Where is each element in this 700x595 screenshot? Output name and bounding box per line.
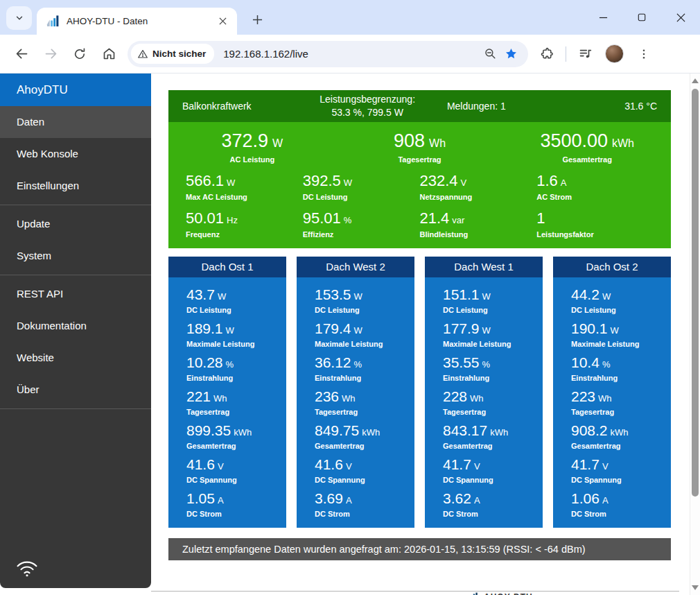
toolbar-separator (566, 46, 566, 62)
plant-name: Balkonkraftwerk (182, 101, 296, 112)
url-bar[interactable]: Nicht sicher 192.168.1.162/live (128, 41, 528, 67)
site-security-chip[interactable]: Nicht sicher (131, 44, 214, 64)
inverter-stat: 899.35kWhGesamtertrag (186, 422, 279, 450)
inverter-stat-value-line: 10.4% (571, 354, 664, 371)
inverter-stat: 151.1WDC Leistung (443, 286, 536, 314)
main-content: Balkonkraftwerk Leistungsbegrenzung: 53.… (151, 74, 690, 595)
inverter-stat-unit: Wh (598, 393, 612, 404)
inverter-stat-label: DC Spannung (315, 476, 408, 484)
inverter-stat-label: DC Strom (186, 510, 279, 518)
sidebar-item-dokumentation[interactable]: Dokumentation (0, 310, 151, 342)
inverter-stat: 223WhTagesertrag (571, 388, 664, 416)
inverter-stat-unit: kWh (490, 427, 508, 438)
forward-button[interactable] (37, 41, 64, 67)
inverter-stat-label: Einstrahlung (571, 374, 664, 382)
inverter-stat-value: 849.75 (315, 422, 359, 438)
ac-stat-value-line: 1 (536, 209, 654, 227)
inverter-panel-body: 44.2WDC Leistung190.1WMaximale Leistung1… (553, 277, 671, 528)
inverter-stat-unit: % (226, 359, 234, 370)
ac-stat-value-line: 566.1W (186, 172, 303, 190)
inverter-panel-title: Dach West 2 (297, 257, 414, 277)
plant-header-bar: Balkonkraftwerk Leistungsbegrenzung: 53.… (168, 90, 671, 122)
inverter-stat-value: 228 (443, 388, 467, 404)
ac-stat: 50.01HzFrequenz (186, 209, 303, 239)
inverter-stat-label: Einstrahlung (186, 374, 279, 382)
inverter-stat: 1.05ADC Strom (186, 490, 279, 518)
total-value-line: 908Wh (336, 130, 504, 152)
extensions-icon[interactable] (534, 41, 560, 67)
inverter-stat-value-line: 189.1W (186, 320, 279, 337)
sidebar-item-rest-api[interactable]: REST API (0, 278, 151, 310)
power-limit-value: 53.3 %, 799.5 W (296, 106, 439, 119)
inverter-stat: 1.06ADC Strom (571, 490, 664, 518)
inverter-stat: 10.28%Einstrahlung (186, 354, 279, 382)
inverter-stat-value: 223 (571, 388, 595, 404)
zoom-out-icon[interactable] (480, 44, 500, 64)
ac-stat-value: 50.01 (186, 209, 224, 227)
sidebar-item-daten[interactable]: Daten (0, 106, 151, 138)
sidebar-item-update[interactable]: Update (0, 208, 151, 240)
total-unit: W (272, 137, 283, 149)
window-minimize-button[interactable] (584, 0, 622, 35)
ac-stat: 232.4VNetzspannung (420, 172, 537, 201)
total-stat: 3500.00kWhGesamtertrag (503, 130, 671, 164)
scrollbar-up-arrow[interactable] (692, 78, 699, 83)
inverter-stat-unit: A (474, 495, 480, 506)
power-limit: Leistungsbegrenzung: 53.3 %, 799.5 W (296, 93, 439, 119)
bookmark-star-icon[interactable] (500, 44, 521, 64)
media-playlist-icon[interactable] (572, 41, 598, 67)
tab-search-button[interactable] (6, 6, 32, 30)
inverter-stat-value: 843.17 (443, 422, 487, 438)
browser-tab[interactable]: AHOY-DTU - Daten (37, 8, 237, 35)
inverter-stat: 41.7VDC Spannung (571, 456, 664, 484)
ac-stat: 566.1WMax AC Leistung (186, 172, 303, 201)
ac-stat: 1Leistungsfaktor (536, 209, 654, 239)
inverter-stat-value: 10.28 (186, 354, 223, 370)
inverter-stat-value: 236 (315, 388, 339, 404)
browser-toolbar: Nicht sicher 192.168.1.162/live (0, 35, 700, 74)
inverter-stat-value-line: 35.55% (443, 354, 536, 371)
back-button[interactable] (8, 41, 35, 67)
inverter-stat-label: Einstrahlung (443, 374, 536, 382)
inverter-stat-value-line: 151.1W (443, 286, 536, 303)
scrollbar-down-arrow[interactable] (692, 585, 699, 590)
sidebar-brand[interactable]: AhoyDTU (0, 74, 151, 106)
sidebar-item-web-konsole[interactable]: Web Konsole (0, 138, 151, 170)
vertical-scrollbar[interactable] (690, 74, 700, 595)
inverter-stat-unit: W (226, 325, 234, 336)
inverter-stat-value: 189.1 (186, 320, 223, 336)
inverter-stat-value: 35.55 (443, 354, 480, 370)
inverter-stat-label: DC Spannung (571, 476, 664, 484)
inverter-stat-value: 151.1 (443, 286, 480, 302)
sidebar-item-system[interactable]: System (0, 240, 151, 272)
reload-button[interactable] (67, 41, 93, 67)
inverter-panel-title: Dach Ost 1 (168, 257, 286, 277)
ac-stat-label: Frequenz (186, 230, 303, 239)
tab-close-icon[interactable] (216, 15, 229, 28)
total-unit: Wh (429, 137, 446, 149)
inverter-stat-unit: W (611, 325, 619, 336)
scrollbar-thumb[interactable] (692, 89, 699, 497)
sidebar-item-website[interactable]: Website (0, 342, 151, 374)
ac-stat-value-line: 232.4V (420, 172, 537, 190)
sidebar-item-einstellungen[interactable]: Einstellungen (0, 170, 151, 202)
profile-avatar[interactable] (605, 44, 624, 63)
window-close-button[interactable] (661, 0, 700, 35)
footer-partial: AHOY-DTU (151, 591, 679, 595)
total-label: Gesamtertrag (503, 155, 671, 164)
window-maximize-button[interactable] (622, 0, 661, 35)
inverter-stat-value-line: 908.2kWh (571, 422, 664, 439)
total-value-line: 3500.00kWh (503, 130, 671, 152)
inverter-stat-value-line: 849.75kWh (315, 422, 408, 439)
sidebar: AhoyDTU DatenWeb KonsoleEinstellungenUpd… (0, 74, 151, 588)
browser-menu-kebab-icon[interactable] (631, 41, 657, 67)
inverter-stat-value: 3.62 (443, 490, 471, 506)
sidebar-item--ber[interactable]: Über (0, 374, 151, 406)
inverter-panels: Dach Ost 143.7WDC Leistung189.1WMaximale… (168, 257, 671, 528)
home-button[interactable] (96, 41, 122, 67)
inverter-stat: 843.17kWhGesamtertrag (443, 422, 536, 450)
footer-partial-text: AHOY-DTU (484, 592, 533, 595)
new-tab-button[interactable] (247, 9, 268, 30)
warning-triangle-icon (137, 49, 148, 60)
inverter-stat-unit: % (354, 359, 362, 370)
